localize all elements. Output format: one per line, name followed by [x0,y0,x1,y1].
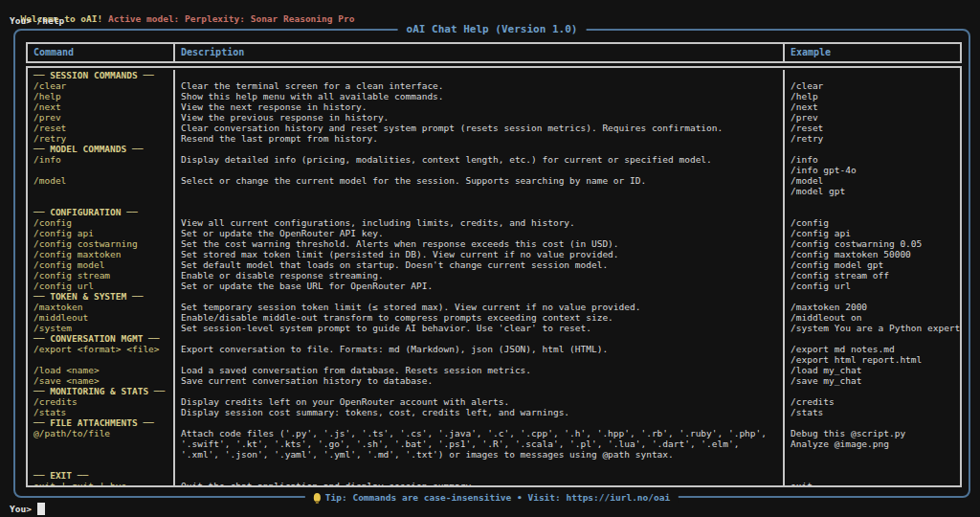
command-cell-line: /prev [28,112,173,123]
description-cell-line: Set stored max token limit (persisted in… [175,249,783,259]
command-cell-line: exit | quit | bye [28,481,173,485]
section-header-line: ── MODEL COMMANDS ── [28,144,173,154]
description-cell-line [175,386,783,396]
description-cell-line [175,417,783,428]
example-cell-line [785,291,960,302]
command-cell-line: /load <name> [28,365,173,375]
command-cell-line: /export <format> <file> [28,344,173,354]
section-header-line: ── MONITORING & STATS ── [28,386,173,396]
section-header-line: ── FILE ATTACHMENTS ── [28,417,173,428]
command-cell-line: /stats [28,407,173,417]
command-cell-line: /model [28,175,173,186]
description-cell-line: '.xml', '.json', '.yaml', '.yml', '.md',… [175,449,783,460]
description-cell-line: Enable/disable middle-out transform to c… [175,312,783,323]
command-column: ── SESSION COMMANDS ──/clear/help/next/p… [28,70,175,485]
help-table-body: ── SESSION COMMANDS ──/clear/help/next/p… [26,66,962,487]
example-cell-line: /credits [785,396,960,407]
command-cell-line: /retry [28,133,173,144]
example-cell-line: /load my_chat [785,365,960,375]
example-cell-line: /stats [785,407,960,417]
example-cell-line [785,196,960,207]
example-cell-line: /export html report.html [785,354,960,365]
description-cell-line: Set session-level system prompt to guide… [175,323,783,333]
description-cell-line [175,460,783,470]
help-panel-title: oAI Chat Help (Version 1.0) [398,23,587,35]
example-cell-line: /help [785,91,960,101]
command-cell-line: /credits [28,396,173,407]
description-cell-line: Display credits left on your OpenRouter … [175,396,783,407]
description-cell-line: Display detailed info (pricing, modaliti… [175,154,783,165]
description-cell-line: Attach code files ('.py', '.js', '.ts', … [175,428,783,438]
description-cell-line: View the previous response in history. [175,112,783,123]
column-header-command: Command [28,44,175,61]
command-cell-line: /config [28,217,173,228]
example-cell-line: /middleout on [785,312,960,323]
example-cell-line: /system You are a Python expert [785,323,960,333]
example-cell-line [785,386,960,396]
command-cell-line [28,449,173,460]
example-cell-line [785,449,960,460]
command-cell-line: /middleout [28,312,173,323]
example-cell-line: /save my_chat [785,375,960,386]
example-cell-line: /model [785,175,960,186]
terminal-prompt[interactable]: You> [10,503,45,515]
description-cell-line [175,291,783,302]
lightbulb-icon [314,493,321,502]
example-cell-line [785,144,960,154]
command-cell-line [28,438,173,449]
command-cell-line: /help [28,91,173,101]
description-cell-line [175,70,783,80]
prompt-label: You> [10,504,32,514]
command-cell-line: /config stream [28,270,173,281]
example-cell-line: Analyze @image.png [785,438,960,449]
help-table-header: Command Description Example [26,42,962,63]
column-header-example: Example [785,44,960,61]
description-cell-line: Resend the last prompt from history. [175,133,783,144]
example-cell-line: /retry [785,133,960,144]
example-cell-line: /config model gpt [785,259,960,270]
section-header-line: ── SESSION COMMANDS ── [28,70,173,80]
command-cell-line [28,165,173,175]
description-cell-line: Show this help menu with all available c… [175,91,783,101]
example-cell-line: /prev [785,112,960,123]
example-cell-line: /info gpt-4o [785,165,960,175]
command-cell-line: /config url [28,281,173,291]
section-header-line: ── CONFIGURATION ── [28,207,173,217]
description-cell-line: View all current configurations, includi… [175,217,783,228]
command-cell-line: /config api [28,228,173,238]
example-cell-line: /config api [785,228,960,238]
description-cell-line: Save current conversation history to dat… [175,375,783,386]
example-cell-line [785,70,960,80]
example-cell-line: /next [785,101,960,112]
description-cell-line [175,165,783,175]
example-cell-line: /config costwarning 0.05 [785,238,960,249]
active-model-text: Active model: Perplexity: Sonar Reasonin… [108,13,354,24]
footer-tip-text: Tip: Commands are case-insensitive • Vis… [325,492,670,503]
example-cell-line [785,333,960,344]
command-cell-line: @/path/to/file [28,428,173,438]
command-cell-line [28,186,173,196]
command-cell-line: /config model [28,259,173,270]
command-cell-line: /next [28,101,173,112]
description-cell-line [175,207,783,217]
command-cell-line: /config costwarning [28,238,173,249]
description-cell-line [175,186,783,196]
example-cell-line: /maxtoken 2000 [785,302,960,312]
description-cell-line: View the next response in history. [175,101,783,112]
command-cell-line: /clear [28,80,173,91]
example-cell-line [785,460,960,470]
text-cursor [37,503,45,515]
example-cell-line: /clear [785,80,960,91]
description-cell-line [175,470,783,481]
description-cell-line: Display session cost summary: tokens, co… [175,407,783,417]
description-cell-line: Export conversation to file. Formats: md… [175,344,783,354]
description-cell-line: Set temporary session token limit (≤ sto… [175,302,783,312]
command-cell-line [28,354,173,365]
command-cell-line: /system [28,323,173,333]
section-header-line: ── CONVERSATION MGMT ── [28,333,173,344]
description-cell-line [175,196,783,207]
description-cell-line: Clear the terminal screen for a clean in… [175,80,783,91]
command-cell-line [28,196,173,207]
description-column: Clear the terminal screen for a clean in… [175,70,785,485]
description-cell-line: Enable or disable response streaming. [175,270,783,281]
